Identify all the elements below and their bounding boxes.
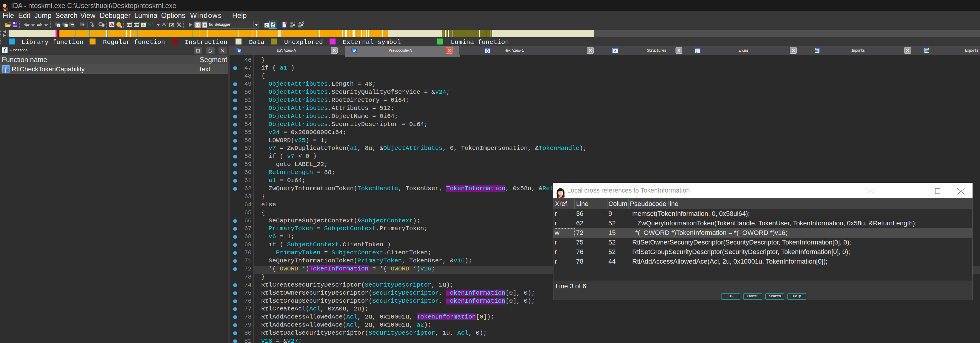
svg-text:DATA: DATA (134, 24, 140, 26)
svg-text:’s: ’s (148, 23, 151, 27)
svg-text:C: C (266, 24, 268, 27)
svg-text:A: A (614, 49, 617, 53)
svg-text:#: # (57, 24, 59, 27)
svg-text:101: 101 (71, 25, 74, 27)
svg-text:T: T (65, 24, 67, 27)
svg-text:❄: ❄ (162, 22, 166, 28)
svg-text:CODE: CODE (127, 24, 133, 26)
svg-text:A: A (142, 23, 145, 27)
svg-text:64: 64 (3, 6, 8, 11)
